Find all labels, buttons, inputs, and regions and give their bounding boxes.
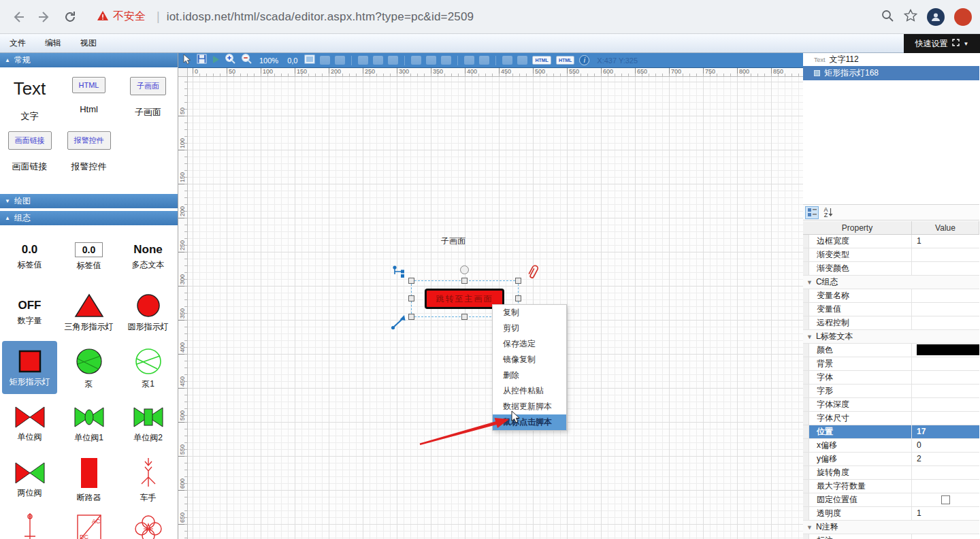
resize-handle[interactable] <box>408 295 414 301</box>
property-value[interactable]: 17 <box>912 425 979 438</box>
palette-item-html-button[interactable]: HTMLHtml <box>59 77 118 131</box>
palette-item-valve-red[interactable]: 单位阀 <box>0 395 59 451</box>
property-value[interactable] <box>912 289 979 302</box>
palette-item-valve-two-state[interactable]: 两位阀 <box>0 451 59 507</box>
palette-item-breaker[interactable]: 断路器 <box>59 451 118 507</box>
property-row[interactable]: 渐变类型 <box>803 248 979 262</box>
back-icon[interactable] <box>8 7 29 27</box>
property-category-row[interactable]: ▼C组态 <box>803 276 979 289</box>
section-header-zutai[interactable]: ▲ 组态 <box>0 211 178 225</box>
html-export-icon[interactable]: HTML <box>532 56 551 65</box>
info-icon[interactable]: i <box>579 55 589 65</box>
search-icon[interactable] <box>881 9 894 25</box>
same-width-icon[interactable] <box>464 56 474 65</box>
property-value[interactable] <box>912 398 979 411</box>
chevron-down-icon[interactable]: ▼ <box>964 41 969 47</box>
section-header-general[interactable]: ▲ 常规 <box>0 53 178 67</box>
palette-item-tag-value-box[interactable]: 0.0标签值 <box>59 228 118 284</box>
property-value[interactable] <box>912 480 979 493</box>
palette-item-text-sample[interactable]: Text文字 <box>0 77 59 131</box>
property-value[interactable] <box>912 248 979 261</box>
forward-icon[interactable] <box>34 7 54 27</box>
property-value[interactable]: 2 <box>912 453 979 466</box>
checkbox[interactable] <box>941 495 950 504</box>
run-icon[interactable] <box>212 54 220 67</box>
property-row[interactable]: 边框宽度1 <box>803 235 979 248</box>
property-value[interactable]: 0 <box>912 439 979 452</box>
property-row[interactable]: 字体尺寸 <box>803 412 979 425</box>
distribute-horizontal-icon[interactable] <box>502 56 512 65</box>
property-row[interactable]: 字形 <box>803 385 979 398</box>
browser-profile-icon[interactable] <box>954 8 972 26</box>
scale-arrow-icon[interactable] <box>391 314 407 333</box>
quick-settings-button[interactable]: 快速设置 ▼ <box>904 34 980 53</box>
property-value[interactable] <box>912 385 979 397</box>
palette-item-tag-value-text[interactable]: 0.0标签值 <box>0 228 59 284</box>
property-row[interactable]: 位置17 <box>803 425 979 439</box>
property-row[interactable]: 透明度1 <box>803 507 979 521</box>
palette-item-inverter[interactable]: ACDC逆变器 <box>59 507 118 539</box>
property-row[interactable]: 变量值 <box>803 303 979 316</box>
context-menu-item[interactable]: 镜像复制 <box>493 352 566 368</box>
property-value[interactable] <box>912 262 979 275</box>
rotate-handle[interactable] <box>460 265 469 274</box>
property-value[interactable]: 1 <box>912 235 979 248</box>
palette-item-circle-indicator[interactable]: 圆形指示灯 <box>118 284 178 340</box>
property-row[interactable]: y偏移2 <box>803 453 979 466</box>
property-row[interactable]: 最大字符数量 <box>803 480 979 493</box>
align-right-icon[interactable] <box>388 56 398 65</box>
palette-item-multistate-text[interactable]: None多态文本 <box>118 228 178 284</box>
palette-item-alarm-button[interactable]: 报警控件报警控件 <box>59 131 118 186</box>
property-value[interactable] <box>912 316 979 329</box>
property-row[interactable]: x偏移0 <box>803 439 979 453</box>
context-menu-item[interactable]: 鼠标点击脚本 <box>493 414 566 430</box>
color-swatch[interactable] <box>917 344 979 355</box>
avatar[interactable] <box>927 8 945 26</box>
resize-handle[interactable] <box>461 278 468 284</box>
property-category-row[interactable]: ▼N注释 <box>803 521 979 534</box>
resize-handle[interactable] <box>461 314 468 320</box>
palette-item-screenlink-button[interactable]: 画面链接画面链接 <box>0 131 59 186</box>
palette-item-subscreen-button[interactable]: 子画面子画面 <box>118 77 178 131</box>
property-row[interactable]: 变量名称 <box>803 289 979 303</box>
align-bottom-icon[interactable] <box>441 56 451 65</box>
zoom-in-icon[interactable] <box>225 53 236 67</box>
property-row[interactable]: 标注 <box>803 534 979 539</box>
property-value[interactable] <box>912 303 979 316</box>
object-list-item-text[interactable]: Text 文字112 <box>803 53 979 66</box>
reload-icon[interactable] <box>60 7 80 27</box>
palette-item-digital-value[interactable]: OFF数字量 <box>0 284 59 340</box>
context-menu-item[interactable]: 从控件粘贴 <box>493 383 566 399</box>
palette-item-pump[interactable]: 泵 <box>59 340 118 395</box>
context-menu-item[interactable]: 剪切 <box>493 321 566 336</box>
address-bar[interactable]: 不安全 | iot.idosp.net/html/scada/editor.as… <box>97 10 872 24</box>
context-menu-item[interactable]: 保存选定 <box>493 336 566 352</box>
resize-handle[interactable] <box>408 314 414 320</box>
resize-handle[interactable] <box>408 278 414 284</box>
property-value[interactable] <box>912 412 979 425</box>
palette-item-knife-switch[interactable]: 刀闸 <box>0 507 59 539</box>
property-row[interactable]: 颜色 <box>803 344 979 357</box>
ungroup-icon[interactable] <box>335 56 345 65</box>
align-middle-icon[interactable] <box>426 56 436 65</box>
category-collapse-icon[interactable]: ▼ <box>806 333 813 340</box>
context-menu-item[interactable]: 复制 <box>493 305 566 321</box>
menu-edit[interactable]: 编辑 <box>35 37 71 49</box>
context-menu-item[interactable]: 删除 <box>493 368 566 383</box>
save-icon[interactable] <box>197 54 207 67</box>
resize-handle[interactable] <box>515 278 521 284</box>
property-row[interactable]: 字体深度 <box>803 398 979 412</box>
property-row[interactable]: 背景 <box>803 357 979 371</box>
palette-item-valve-green-ellipse[interactable]: 单位阀1 <box>59 395 118 451</box>
object-list-item-rect-indicator[interactable]: 矩形指示灯168 <box>803 66 979 80</box>
palette-item-valve-green-rect[interactable]: 单位阀2 <box>118 395 178 451</box>
sort-alphabetical-button[interactable]: AZ <box>821 206 835 219</box>
connector-anchor-icon[interactable] <box>393 265 408 282</box>
html-preview-icon[interactable]: HTML <box>556 56 574 65</box>
distribute-vertical-icon[interactable] <box>517 56 527 65</box>
property-value[interactable] <box>912 534 979 539</box>
property-row[interactable]: 远程控制 <box>803 316 979 330</box>
bookmark-star-icon[interactable] <box>904 9 917 25</box>
section-header-drawing[interactable]: ▼ 绘图 <box>0 194 178 208</box>
same-height-icon[interactable] <box>479 56 489 65</box>
